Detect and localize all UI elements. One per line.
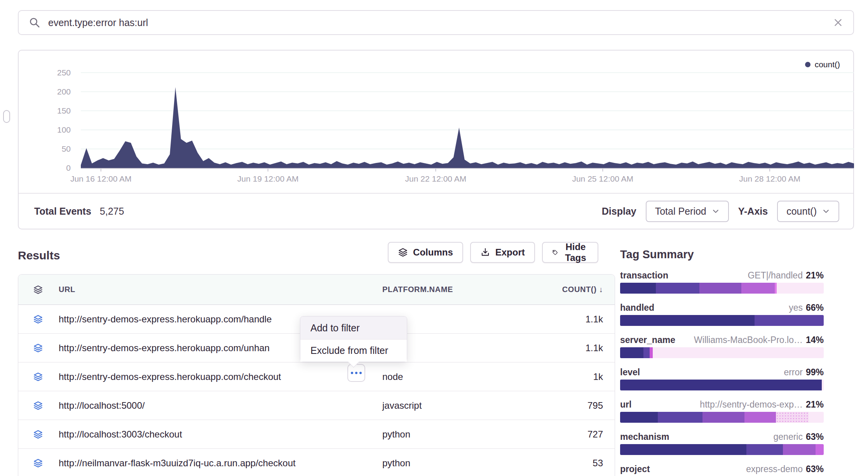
legend-series-dot xyxy=(805,62,810,67)
tag-percent: 66% xyxy=(806,303,824,313)
export-button[interactable]: Export xyxy=(470,242,535,263)
url-cell[interactable]: http://neilmanvar-flask-m3uuizd7iq-uc.a.… xyxy=(59,458,382,469)
tag-name: server_name xyxy=(620,335,675,345)
tag-block-handled: handled yes66% xyxy=(620,303,824,326)
column-header-count[interactable]: COUNT() ↓ xyxy=(553,285,603,294)
tag-name: project xyxy=(620,464,650,474)
tag-percent: 21% xyxy=(806,270,824,280)
cell-actions-button[interactable] xyxy=(347,364,365,382)
tag-name: url xyxy=(620,399,631,410)
yaxis-dropdown-value: count() xyxy=(786,206,817,217)
tag-bar-segment[interactable] xyxy=(816,444,824,455)
columns-button[interactable]: Columns xyxy=(388,242,463,263)
url-cell[interactable]: http://localhost:3003/checkout xyxy=(59,429,382,440)
y-tick-label: 150 xyxy=(57,106,71,116)
table-row[interactable]: http://neilmanvar-flask-m3uuizd7iq-uc.a.… xyxy=(18,449,615,476)
tag-distribution-bar[interactable] xyxy=(620,444,824,455)
table-header-row: URL PLATFORM.NAME COUNT() ↓ xyxy=(18,275,615,305)
url-cell[interactable]: http://sentry-demos-express.herokuapp.co… xyxy=(59,371,382,382)
tag-distribution-bar[interactable] xyxy=(620,347,824,358)
tag-bar-segment[interactable] xyxy=(620,380,822,390)
tag-bar-segment[interactable] xyxy=(658,412,702,423)
count-cell: 1.1k xyxy=(553,343,603,354)
tag-top-value: yes66% xyxy=(789,303,824,313)
ellipsis-dot xyxy=(359,372,362,374)
tag-bar-segment[interactable] xyxy=(783,444,816,455)
yaxis-dropdown[interactable]: count() xyxy=(777,201,839,222)
count-cell: 1k xyxy=(553,371,603,382)
column-header-platform[interactable]: PLATFORM.NAME xyxy=(382,285,553,294)
search-bar xyxy=(18,10,854,35)
discover-page: count() 050100150200250 Jun 16 12:00 AMJ… xyxy=(0,0,868,476)
stack-icon xyxy=(33,314,59,324)
events-area-chart[interactable] xyxy=(81,67,854,172)
count-cell: 727 xyxy=(553,429,603,440)
table-row[interactable]: http://localhost:5000/ javascript 795 xyxy=(18,391,615,420)
download-icon xyxy=(480,247,490,257)
tag-percent: 63% xyxy=(806,432,824,442)
ellipsis-dot xyxy=(355,372,357,374)
x-tick-label: Jun 16 12:00 AM xyxy=(70,174,132,184)
tag-bar-segment[interactable] xyxy=(620,444,746,455)
tag-bar-segment[interactable] xyxy=(777,283,824,294)
results-toolbar: Columns Export Hide Tags xyxy=(406,242,598,263)
tag-percent: 14% xyxy=(806,335,824,345)
tag-bar-segment[interactable] xyxy=(744,412,776,423)
y-tick-label: 0 xyxy=(66,163,71,173)
tag-bar-segment[interactable] xyxy=(755,315,824,326)
stack-icon xyxy=(33,401,59,411)
menu-item-add-to-filter[interactable]: Add to filter xyxy=(300,317,407,339)
url-cell[interactable]: http://localhost:5000/ xyxy=(59,400,382,411)
tag-bar-segment[interactable] xyxy=(746,444,783,455)
table-row[interactable]: http://localhost:3003/checkout python 72… xyxy=(18,420,615,449)
tag-distribution-bar[interactable] xyxy=(620,283,824,294)
tag-name: mechanism xyxy=(620,432,669,442)
stack-icon xyxy=(33,458,59,468)
tag-bar-segment[interactable] xyxy=(620,283,656,294)
tag-top-value: error99% xyxy=(784,367,824,377)
table-row[interactable]: http://sentry-demos-express.herokuapp.co… xyxy=(18,362,615,391)
tag-bar-segment[interactable] xyxy=(809,412,824,423)
total-events-label: Total Events xyxy=(34,206,91,217)
tag-bar-segment[interactable] xyxy=(620,347,643,358)
tag-bar-segment[interactable] xyxy=(822,380,824,390)
tag-distribution-bar[interactable] xyxy=(620,380,824,390)
tag-bar-segment[interactable] xyxy=(620,315,755,326)
count-header-label: COUNT() xyxy=(562,285,597,294)
tag-bar-segment[interactable] xyxy=(776,412,809,423)
platform-cell: python xyxy=(382,458,553,469)
stack-icon xyxy=(398,247,408,257)
tag-bar-segment[interactable] xyxy=(699,283,741,294)
y-tick-label: 250 xyxy=(57,68,71,77)
chart-x-axis-labels: Jun 16 12:00 AMJun 19 12:00 AMJun 22 12:… xyxy=(81,174,854,186)
tag-percent: 21% xyxy=(806,399,824,410)
ellipsis-dot xyxy=(351,372,353,374)
tag-distribution-bar[interactable] xyxy=(620,412,824,423)
platform-cell: javascript xyxy=(382,400,553,411)
stack-icon xyxy=(33,372,59,382)
column-header-url[interactable]: URL xyxy=(59,285,382,294)
y-tick-label: 100 xyxy=(57,125,71,135)
tag-bar-segment[interactable] xyxy=(620,412,658,423)
tag-bar-segment[interactable] xyxy=(702,412,744,423)
search-input[interactable] xyxy=(48,17,833,28)
columns-button-label: Columns xyxy=(413,247,453,258)
tag-block-transaction: transaction GET|/handled21% xyxy=(620,270,824,294)
stack-icon[interactable] xyxy=(33,285,59,295)
tag-bar-segment[interactable] xyxy=(653,347,824,358)
display-dropdown[interactable]: Total Period xyxy=(646,201,729,222)
tag-bar-segment[interactable] xyxy=(650,347,653,358)
tag-bar-segment[interactable] xyxy=(643,347,650,358)
tag-summary-title: Tag Summary xyxy=(620,248,824,261)
tag-top-value: generic63% xyxy=(774,432,824,442)
hide-tags-button[interactable]: Hide Tags xyxy=(542,242,598,263)
tag-icon xyxy=(552,247,558,257)
tag-bar-segment[interactable] xyxy=(741,283,775,294)
tag-bar-segment[interactable] xyxy=(656,283,700,294)
clear-search-icon[interactable] xyxy=(833,18,843,28)
tag-top-value: GET|/handled21% xyxy=(748,270,824,280)
sidebar-drag-handle[interactable] xyxy=(3,110,10,123)
count-cell: 1.1k xyxy=(553,314,603,325)
platform-cell: python xyxy=(382,429,553,440)
tag-distribution-bar[interactable] xyxy=(620,315,824,326)
